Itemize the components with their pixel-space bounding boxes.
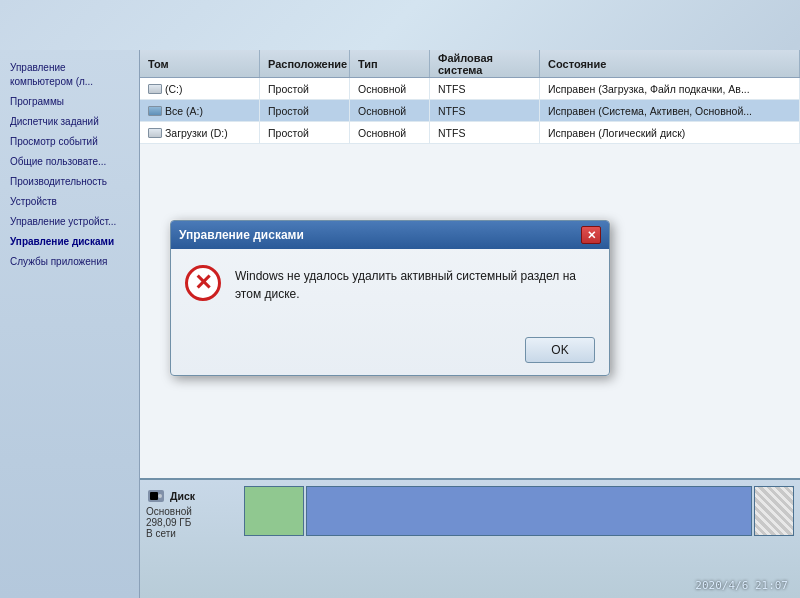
cell-fs-0: NTFS: [430, 78, 540, 99]
table-row[interactable]: Все (A:) Простой Основной NTFS Исправен …: [140, 100, 800, 122]
dialog-title: Управление дисками: [179, 228, 304, 242]
partition-block-0[interactable]: [244, 486, 304, 536]
disk-label: Диск Основной 298,09 ГБ В сети: [146, 486, 236, 539]
error-icon-circle: ✕: [185, 265, 221, 301]
dialog-close-button[interactable]: ✕: [581, 226, 601, 244]
sidebar-item-computer[interactable]: Управление компьютером (л...: [4, 58, 135, 92]
table-body: (C:) Простой Основной NTFS Исправен (Заг…: [140, 78, 800, 144]
disk-status: В сети: [146, 528, 176, 539]
dialog-message: Windows не удалось удалить активный сист…: [235, 265, 595, 303]
dialog-body: ✕ Windows не удалось удалить активный си…: [171, 249, 609, 329]
sidebar-item-events[interactable]: Просмотр событий: [4, 132, 135, 152]
table-header: Том Расположение Тип Файловая система Со…: [140, 50, 800, 78]
disk-partition-bar: [244, 486, 794, 536]
col-header-place: Расположение: [260, 50, 350, 77]
table-row[interactable]: (C:) Простой Основной NTFS Исправен (Заг…: [140, 78, 800, 100]
cell-type-1: Основной: [350, 100, 430, 121]
sidebar-item-perf[interactable]: Производительность: [4, 172, 135, 192]
cell-fs-2: NTFS: [430, 122, 540, 143]
error-x-mark: ✕: [194, 272, 212, 294]
cell-status-2: Исправен (Логический диск): [540, 122, 800, 143]
error-icon: ✕: [185, 265, 221, 301]
cell-place-0: Простой: [260, 78, 350, 99]
cell-tom-1: Все (A:): [140, 100, 260, 121]
partition-block-2: [754, 486, 794, 536]
disk-drive-icon: [146, 486, 166, 506]
ok-button[interactable]: OK: [525, 337, 595, 363]
sidebar-item-services[interactable]: Службы приложения: [4, 252, 135, 272]
disk-label-title: Диск: [170, 490, 195, 502]
disk-info-row: Диск Основной 298,09 ГБ В сети: [146, 486, 794, 539]
col-header-status: Состояние: [540, 50, 800, 77]
dialog-titlebar: Управление дисками ✕: [171, 221, 609, 249]
partition-block-1[interactable]: [306, 486, 752, 536]
sidebar-item-devmgmt[interactable]: Управление устройст...: [4, 212, 135, 232]
sidebar-item-devices[interactable]: Устройств: [4, 192, 135, 212]
sidebar-item-programs[interactable]: Программы: [4, 92, 135, 112]
table-row[interactable]: Загрузки (D:) Простой Основной NTFS Испр…: [140, 122, 800, 144]
disk-type: Основной: [146, 506, 192, 517]
col-header-type: Тип: [350, 50, 430, 77]
cell-place-2: Простой: [260, 122, 350, 143]
sidebar-item-diskmgmt[interactable]: Управление дисками: [4, 232, 135, 252]
col-header-tom: Том: [140, 50, 260, 77]
cell-status-1: Исправен (Система, Активен, Основной...: [540, 100, 800, 121]
cell-type-0: Основной: [350, 78, 430, 99]
cell-fs-1: NTFS: [430, 100, 540, 121]
sidebar-item-taskmanager[interactable]: Диспетчик заданий: [4, 112, 135, 132]
col-header-fs: Файловая система: [430, 50, 540, 77]
disk-icon-2: [148, 128, 162, 138]
error-dialog: Управление дисками ✕ ✕ Windows не удалос…: [170, 220, 610, 376]
sidebar-item-users[interactable]: Общие пользовате...: [4, 152, 135, 172]
cell-tom-2: Загрузки (D:): [140, 122, 260, 143]
disk-size: 298,09 ГБ: [146, 517, 191, 528]
sidebar: Управление компьютером (л... Программы Д…: [0, 50, 140, 598]
svg-point-19: [158, 494, 162, 498]
disk-icon-0: [148, 84, 162, 94]
timestamp: 2020/4/6 21:07: [695, 579, 788, 592]
cell-type-2: Основной: [350, 122, 430, 143]
cell-tom-0: (C:): [140, 78, 260, 99]
cell-place-1: Простой: [260, 100, 350, 121]
disk-icon-1: [148, 106, 162, 116]
svg-rect-18: [150, 492, 158, 500]
dialog-footer: OK: [171, 329, 609, 375]
cell-status-0: Исправен (Загрузка, Файл подкачки, Ав...: [540, 78, 800, 99]
